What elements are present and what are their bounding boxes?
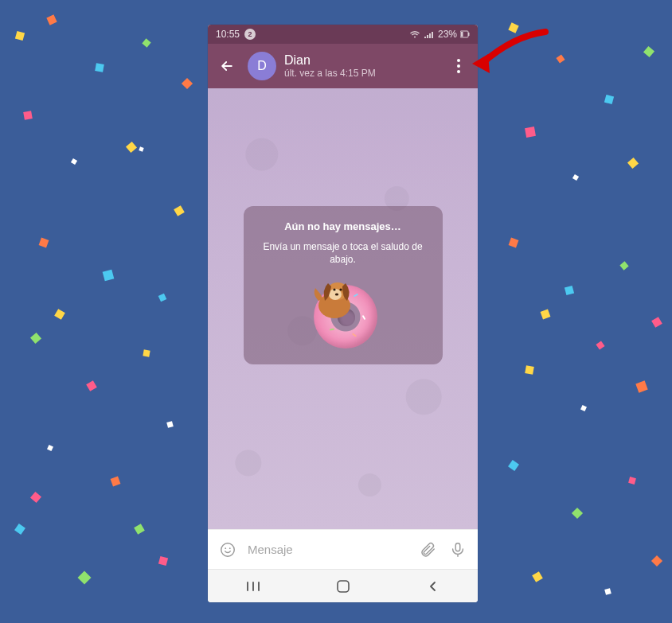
- chat-area: Aún no hay mensajes… Envía un mensaje o …: [208, 88, 478, 529]
- chevron-left-icon: [428, 581, 439, 592]
- android-nav-bar: [208, 569, 478, 602]
- svg-point-10: [225, 547, 226, 549]
- svg-point-7: [339, 288, 342, 290]
- greeting-sticker[interactable]: [307, 277, 379, 348]
- message-input-bar: [208, 529, 478, 569]
- clock-text: 10:55: [216, 29, 240, 40]
- notification-count-badge: 2: [244, 29, 256, 40]
- contact-name: Dian: [284, 53, 438, 68]
- recents-button[interactable]: [237, 570, 269, 602]
- smile-icon: [219, 541, 236, 559]
- svg-rect-16: [338, 581, 349, 592]
- svg-point-6: [333, 288, 335, 290]
- status-bar: 10:55 2 23%: [208, 25, 478, 44]
- header-text-block[interactable]: Dian últ. vez a las 4:15 PM: [284, 53, 438, 79]
- annotation-arrow: [466, 24, 553, 88]
- home-icon: [336, 579, 350, 594]
- phone-frame: 10:55 2 23% D Dian últ. vez a las 4:15 P…: [208, 25, 478, 602]
- back-button[interactable]: [214, 53, 240, 79]
- svg-point-9: [221, 543, 235, 556]
- attach-button[interactable]: [417, 539, 438, 560]
- empty-state-title: Aún no hay mensajes…: [256, 220, 430, 232]
- dog-shape: [307, 274, 363, 329]
- recents-icon: [245, 581, 261, 592]
- home-button[interactable]: [327, 570, 359, 602]
- android-back-button[interactable]: [417, 570, 449, 602]
- wifi-icon: [409, 30, 420, 38]
- emoji-button[interactable]: [217, 539, 238, 560]
- avatar[interactable]: D: [248, 52, 276, 80]
- message-input[interactable]: [248, 543, 408, 556]
- empty-state-card: Aún no hay mensajes… Envía un mensaje o …: [244, 206, 443, 364]
- battery-text: 23%: [438, 29, 457, 40]
- arrow-left-icon: [219, 58, 235, 74]
- contact-status: últ. vez a las 4:15 PM: [284, 68, 438, 79]
- svg-point-11: [229, 547, 231, 549]
- more-vertical-icon: [457, 59, 460, 73]
- avatar-initial: D: [257, 59, 267, 73]
- svg-rect-12: [455, 543, 460, 551]
- signal-icon: [424, 30, 435, 38]
- svg-rect-1: [461, 32, 463, 37]
- chat-header: D Dian últ. vez a las 4:15 PM: [208, 44, 478, 88]
- mic-button[interactable]: [447, 539, 468, 560]
- svg-point-8: [334, 293, 338, 295]
- paperclip-icon: [419, 541, 436, 559]
- empty-state-subtitle: Envía un mensaje o toca el saludo de aba…: [256, 240, 430, 266]
- microphone-icon: [449, 541, 467, 559]
